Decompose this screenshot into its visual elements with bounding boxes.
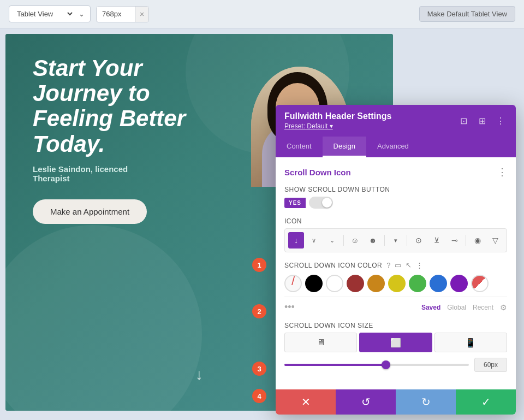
tablet-device-btn[interactable]: ⬜ [359,333,432,352]
global-link[interactable]: Global [447,304,466,311]
color-swatch-green[interactable] [409,275,426,292]
saved-link[interactable]: Saved [421,304,440,311]
icon-btn-chevron1[interactable]: ∨ [306,232,322,249]
view-select[interactable]: Tablet View [15,9,74,19]
px-input[interactable] [97,7,135,21]
action-bar: ✕ ↺ ↻ ✓ [276,389,516,415]
color-more-icon[interactable]: ⋮ [416,261,423,269]
icon-label: Icon [284,217,507,225]
icon-btn-arrow-down[interactable]: ↓ [288,232,304,249]
px-input-wrap: × [96,6,149,22]
toggle-thumb [322,198,332,208]
color-swatch-white[interactable] [326,275,343,292]
icon-btn-chevron3[interactable]: ⊸ [446,232,462,249]
icon-btn-arrow2[interactable]: ▽ [487,232,503,249]
icon-btn-emoji1[interactable]: ☺ [347,232,363,249]
icon-btn-chevron2[interactable]: ⌄ [324,232,340,249]
slider-row: 60px [284,358,507,372]
icon-divider-3 [407,235,407,246]
panel-title-section: Fullwidth Header Settings Preset: Defaul… [284,111,391,130]
hero-content: Start Your Journey to Feeling Better Tod… [33,56,207,224]
px-close-button[interactable]: × [135,7,148,22]
section-more-icon[interactable]: ⋮ [497,166,507,178]
step-badge-2: 2 [252,304,266,318]
scroll-arrow: ↓ [195,366,203,383]
device-icons: 🖥 ⬜ 📱 [284,333,507,352]
color-gear-icon[interactable]: ⚙ [500,303,507,312]
color-swatch-custom[interactable] [471,275,489,292]
color-swatch-transparent[interactable] [284,275,302,292]
top-toolbar: Tablet View ⌄ × Make Default Tablet View [0,0,524,28]
panel-header-icons: ⊡ ⊞ ⋮ [457,114,507,127]
toggle-yes-label: YES [284,198,306,208]
color-label-row: Scroll Down Icon Color ? ▭ ↖ ⋮ [284,261,507,269]
step-badge-3: 3 [252,362,266,376]
step-badge-1: 1 [252,258,266,272]
color-swatch-yellow[interactable] [388,275,406,292]
icon-btn-angle[interactable]: ▾ [388,232,404,249]
make-default-tablet-button[interactable]: Make Default Tablet View [419,6,515,22]
panel-preset: Preset: Default ▾ [284,122,391,130]
color-footer: ••• Saved Global Recent ⚙ [284,297,507,313]
icon-setting: Icon ↓ ∨ ⌄ ☺ ☻ ▾ ⊙ ⊻ ⊸ ◉ ▽ [284,217,507,252]
show-scroll-setting: Show Scroll Down Button YES [284,186,507,209]
color-swatch-purple[interactable] [450,275,468,292]
appointment-button[interactable]: Make an Appointment [33,199,147,224]
preset-link[interactable]: Preset: Default ▾ [284,122,333,130]
reset-button[interactable]: ↺ [336,389,396,415]
slider-track[interactable] [284,364,469,366]
color-setting: Scroll Down Icon Color ? ▭ ↖ ⋮ [284,261,507,313]
section-header: Scroll Down Icon ⋮ [284,166,507,178]
view-select-wrap: Tablet View ⌄ [9,5,91,22]
color-swatch-orange[interactable] [367,275,385,292]
tab-design[interactable]: Design [323,137,366,157]
icon-btn-circle-arrow[interactable]: ⊙ [410,232,426,249]
toggle-wrap: YES [284,197,507,209]
color-swatch-darkred[interactable] [347,275,364,292]
more-icon[interactable]: ⋮ [494,114,507,127]
icon-btn-emoji2[interactable]: ☻ [365,232,381,249]
slider-thumb[interactable] [382,360,390,369]
icon-btn-smile[interactable]: ◉ [469,232,485,249]
slider-fill [284,364,386,366]
redo-button[interactable]: ↻ [396,389,456,415]
icon-divider-4 [466,235,466,246]
expand-icon[interactable]: ⊞ [475,114,489,127]
icon-divider-2 [384,235,385,246]
help-icon[interactable]: ? [386,261,390,269]
minimize-icon[interactable]: ⊡ [457,114,470,127]
panel-title: Fullwidth Header Settings [284,111,391,121]
hero-subtitle: Leslie Saindon, licenced Therapist [33,164,207,183]
desktop-icon: 🖥 [317,338,325,347]
settings-panel: Fullwidth Header Settings Preset: Defaul… [276,105,516,415]
color-swatches [284,275,507,292]
tab-advanced[interactable]: Advanced [366,137,420,157]
tablet-icon: ⬜ [390,338,401,348]
mobile-device-btn[interactable]: 📱 [434,333,507,352]
show-scroll-label: Show Scroll Down Button [284,186,507,193]
toggle-track[interactable] [309,197,333,209]
step-badge-4: 4 [252,389,266,403]
canvas-area: Start Your Journey to Feeling Better Tod… [0,28,524,420]
color-setting-label: Scroll Down Icon Color [284,262,382,269]
cancel-button[interactable]: ✕ [276,389,336,415]
mobile-icon: 📱 [465,338,476,348]
section-title: Scroll Down Icon [284,168,351,177]
hero-title: Start Your Journey to Feeling Better Tod… [33,56,207,157]
desktop-device-btn[interactable]: 🖥 [284,333,357,352]
icon-row: ↓ ∨ ⌄ ☺ ☻ ▾ ⊙ ⊻ ⊸ ◉ ▽ [284,228,507,252]
tablet-icon[interactable]: ▭ [395,261,401,269]
icon-divider [343,235,344,246]
recent-link[interactable]: Recent [473,304,493,311]
color-footer-dots[interactable]: ••• [284,301,295,313]
save-button[interactable]: ✓ [456,389,516,415]
panel-body: Scroll Down Icon ⋮ Show Scroll Down Butt… [276,157,516,389]
cursor-icon[interactable]: ↖ [406,261,412,269]
icon-btn-down-circle[interactable]: ⊻ [428,232,444,249]
tab-content[interactable]: Content [276,137,323,157]
panel-tabs: Content Design Advanced [276,137,516,157]
size-setting: Scroll Down Icon Size 🖥 ⬜ 📱 [284,322,507,372]
size-label: Scroll Down Icon Size [284,322,507,329]
color-swatch-black[interactable] [305,275,323,292]
color-swatch-blue[interactable] [430,275,447,292]
